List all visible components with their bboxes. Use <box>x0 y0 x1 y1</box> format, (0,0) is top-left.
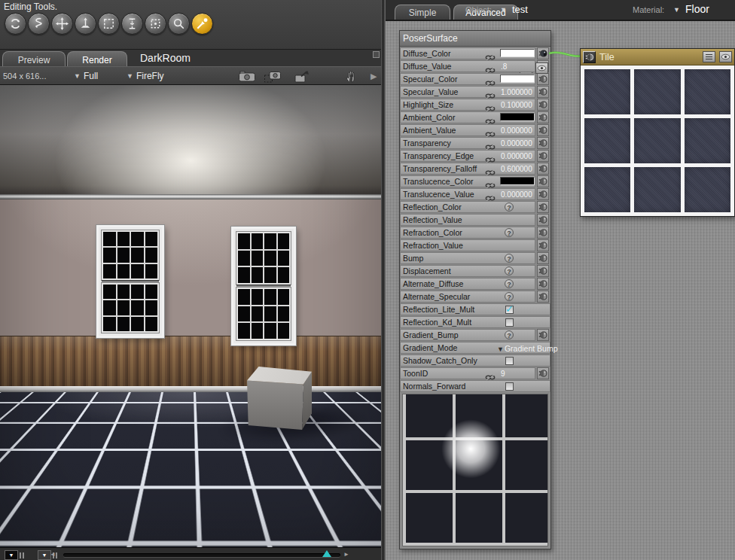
surface-property-row: Reflection_Value <box>400 214 550 226</box>
property-row-body: Normals_Forward <box>400 380 550 392</box>
poser-surface-title-bar[interactable]: PoserSurface <box>400 31 550 47</box>
tile-preview-cell <box>584 118 630 163</box>
node-plug-connected[interactable] <box>537 47 549 59</box>
checkbox[interactable]: ✓ <box>505 306 514 314</box>
color-swatch[interactable] <box>500 113 535 121</box>
tab-simple[interactable]: Simple <box>395 5 450 20</box>
material-dropdown[interactable]: Floor <box>685 3 709 15</box>
node-plug[interactable] <box>537 278 549 290</box>
render-resolution[interactable]: 504 x 616... <box>3 72 47 81</box>
color-swatch[interactable] <box>500 75 535 83</box>
window-pane <box>252 323 264 339</box>
value-field[interactable]: 9 <box>501 370 505 378</box>
property-label: Ambient_Value <box>401 126 456 135</box>
render-size-dropdown[interactable]: ▼ Full <box>74 71 98 81</box>
chevron-down-icon[interactable]: ▼ <box>500 6 507 14</box>
pan-hand-icon[interactable] <box>345 69 357 83</box>
node-plug[interactable] <box>537 99 549 111</box>
surface-property-row: Refraction_Color? <box>400 227 550 239</box>
preview-eye-icon[interactable] <box>719 51 732 62</box>
node-plug[interactable] <box>537 329 549 341</box>
value-field[interactable]: 0.600000 <box>501 165 532 173</box>
node-plug[interactable] <box>537 124 549 136</box>
window-pane <box>131 300 144 315</box>
area-render-camera-icon[interactable] <box>264 69 282 83</box>
scrub-right-arrow-icon[interactable]: ► <box>343 551 349 558</box>
tile-node[interactable]: Tile <box>580 48 735 217</box>
no-input-question-button[interactable]: ? <box>505 292 514 301</box>
material-label: Material: <box>633 5 664 14</box>
node-plug[interactable] <box>537 188 549 200</box>
value-field[interactable]: 0.000000 <box>501 139 532 148</box>
no-input-question-button[interactable]: ? <box>505 330 514 339</box>
detach-pane-icon[interactable] <box>373 51 380 58</box>
scale-tool-button[interactable] <box>98 13 120 35</box>
no-input-question-button[interactable]: ? <box>505 228 514 237</box>
value-field[interactable]: 0.000000 <box>501 152 532 160</box>
value-field[interactable]: 0.000000 <box>501 126 532 135</box>
node-plug[interactable] <box>537 239 549 251</box>
render-viewport[interactable] <box>0 84 381 548</box>
node-plug[interactable] <box>537 111 549 123</box>
menu-icon[interactable] <box>703 51 715 62</box>
property-label: Bump <box>401 254 423 263</box>
timeline-track[interactable] <box>63 553 340 557</box>
property-row-body: Ambient_Color <box>400 111 535 123</box>
node-plug[interactable] <box>537 150 549 162</box>
object-dropdown[interactable]: test <box>512 4 528 15</box>
no-input-question-button[interactable]: ? <box>505 254 514 263</box>
render-engine-dropdown[interactable]: ▼ FireFly <box>127 71 164 81</box>
node-plug[interactable] <box>537 252 549 264</box>
chevron-down-icon[interactable]: ▼ <box>673 6 680 14</box>
window-pane <box>278 233 290 249</box>
node-plug[interactable] <box>537 163 549 175</box>
surface-property-row: Gradient_Mode▼Gradient Bump <box>400 342 550 354</box>
input-plug-icon[interactable] <box>583 51 596 63</box>
node-plug[interactable] <box>537 73 549 85</box>
value-field[interactable]: 1.000000 <box>501 88 532 96</box>
value-field[interactable]: 0.000000 <box>501 190 532 199</box>
node-plug[interactable] <box>537 175 549 187</box>
value-field[interactable]: 0.100000 <box>501 101 532 109</box>
rotate-tool-button[interactable] <box>5 13 26 35</box>
export-render-icon[interactable] <box>294 69 312 83</box>
node-plug[interactable] <box>537 137 549 149</box>
surface-property-row: Shadow_Catch_Only <box>400 355 550 367</box>
node-plug[interactable] <box>537 367 549 379</box>
twist-tool-button[interactable] <box>28 13 50 35</box>
window-pane <box>103 264 116 278</box>
display-style-dropdown[interactable]: ▼ <box>5 550 24 560</box>
no-input-question-button[interactable]: ? <box>505 202 514 212</box>
chain-break-tool-button[interactable] <box>145 13 166 35</box>
preview-eye-icon[interactable] <box>535 62 548 74</box>
window-pane <box>264 267 276 283</box>
checkbox[interactable] <box>505 318 514 327</box>
color-picker-tool-button[interactable] <box>191 13 213 35</box>
node-plug[interactable] <box>537 227 549 239</box>
taper-tool-button[interactable] <box>121 13 143 35</box>
value-field[interactable]: .8 <box>501 62 507 71</box>
color-swatch[interactable] <box>500 177 535 185</box>
window-pane <box>117 300 130 315</box>
no-input-question-button[interactable]: ? <box>505 279 514 288</box>
checkbox[interactable] <box>505 357 514 365</box>
node-plug[interactable] <box>537 214 549 226</box>
node-plug[interactable] <box>537 291 549 303</box>
scrub-left-arrow-icon[interactable]: ◄ <box>50 551 56 558</box>
gradient-mode-dropdown[interactable]: ▼Gradient Bump <box>497 344 558 353</box>
no-input-question-button[interactable]: ? <box>505 266 514 275</box>
node-plug[interactable] <box>537 86 549 98</box>
window-sash-bottom <box>236 288 291 340</box>
color-swatch[interactable] <box>500 49 535 57</box>
render-camera-icon[interactable] <box>238 69 256 83</box>
checkbox[interactable] <box>505 382 514 391</box>
view-magnifier-tool-button[interactable] <box>168 13 190 35</box>
translate-tool-button[interactable] <box>51 13 73 35</box>
node-plug[interactable] <box>537 201 549 213</box>
tile-node-title-bar[interactable]: Tile <box>581 49 734 65</box>
tab-preview[interactable]: Preview <box>2 51 66 67</box>
timeline-marker[interactable] <box>322 550 331 557</box>
node-plug[interactable] <box>537 265 549 277</box>
tab-render[interactable]: Render <box>67 51 127 67</box>
translate-in-out-tool-button[interactable] <box>75 13 96 35</box>
